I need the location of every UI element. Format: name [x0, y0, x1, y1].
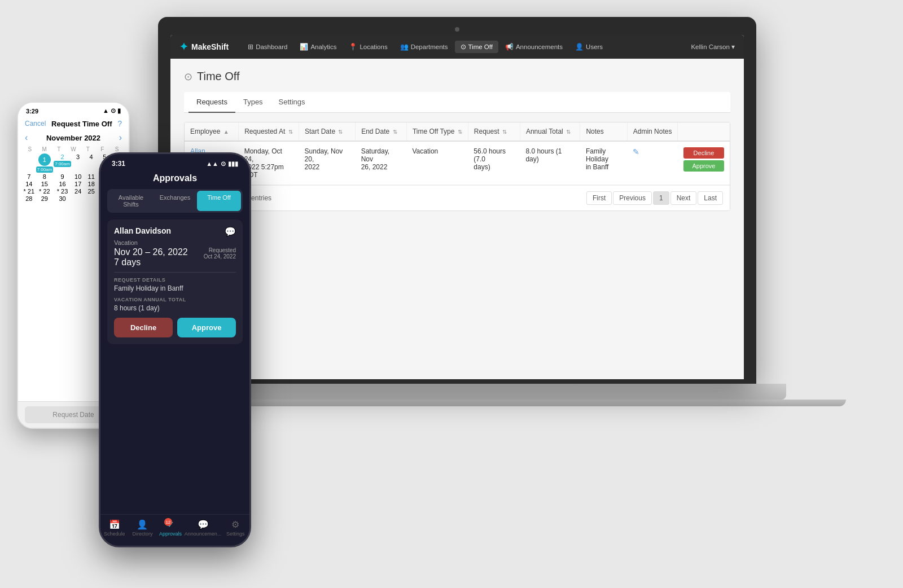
cal-day[interactable]: 16	[54, 181, 71, 187]
cal-day[interactable]: 18	[85, 181, 98, 187]
cal-day[interactable]: 7	[23, 173, 36, 180]
card-dates-row: Nov 20 – 26, 2022 7 days Requested Oct 2…	[114, 247, 236, 267]
decline-button[interactable]: Decline	[114, 318, 173, 337]
prev-month-arrow[interactable]: ‹	[25, 133, 28, 143]
nav-announcements[interactable]: 💬 Announcemen...	[185, 519, 222, 537]
cal-day[interactable]: 15	[36, 181, 54, 187]
tab-settings[interactable]: Settings	[271, 92, 313, 113]
nav-departments[interactable]: 👥 Departments	[394, 41, 454, 53]
cal-day[interactable]: 17	[72, 181, 85, 187]
cal-day[interactable]: 25	[85, 188, 98, 195]
requests-table: Employee ▲ Requested At ⇅ Start Date ⇅ E…	[185, 122, 730, 185]
cal-day[interactable]: 11	[85, 173, 98, 180]
col-actions	[678, 122, 730, 141]
card-divider	[114, 272, 236, 273]
cal-day[interactable]: 29	[36, 195, 54, 202]
nav-users[interactable]: 👤 Users	[569, 41, 608, 53]
nav-schedule[interactable]: 📅 Schedule	[100, 519, 129, 537]
cancel-button[interactable]: Cancel	[25, 120, 46, 128]
chat-icon[interactable]: 💬	[225, 226, 236, 237]
dashboard-icon: ⊞	[248, 43, 253, 51]
nav-approvals[interactable]: ✓ 12 Approvals	[156, 519, 185, 537]
requested-date: Oct 24, 2022	[204, 253, 236, 260]
cal-day[interactable]: 14	[23, 181, 36, 187]
card-duration: 7 days	[114, 257, 188, 267]
cal-day[interactable]: * 22	[36, 188, 54, 195]
nav-announcements-label: Announcements	[516, 43, 563, 50]
card-requested: Requested Oct 24, 2022	[204, 247, 236, 267]
tab-time-off[interactable]: Time Off	[197, 191, 241, 211]
phone2-time: 3:31	[112, 160, 125, 168]
nav-user[interactable]: Kellin Carson ▾	[691, 43, 735, 51]
info-icon[interactable]: ?	[117, 119, 122, 128]
tab-available-shifts[interactable]: Available Shifts	[109, 191, 153, 211]
nav-dashboard[interactable]: ⊞ Dashboard	[242, 41, 293, 53]
request-time-off-title: Request Time Off	[51, 120, 112, 128]
col-request[interactable]: Request ⇅	[468, 122, 520, 141]
col-requested-at[interactable]: Requested At ⇅	[239, 122, 299, 141]
annual-total-value: 8 hours (1 day)	[114, 304, 236, 312]
phone2-status-icons: ▲▲ ⊙ ▮▮▮	[206, 160, 238, 168]
table-footer: Showing 1 to 1 of 1 entries First Previo…	[185, 185, 730, 210]
laptop-screen: ✦ MakeShift ⊞ Dashboard 📊 Analytics	[170, 35, 744, 379]
nav-announcements[interactable]: 📢 Announcements	[499, 41, 568, 53]
cal-day[interactable]: 9	[54, 173, 71, 180]
col-employee[interactable]: Employee ▲	[185, 122, 239, 141]
last-page-button[interactable]: Last	[698, 191, 723, 205]
previous-page-button[interactable]: Previous	[613, 191, 652, 205]
approvals-tabs: Available Shifts Exchanges Time Off	[107, 189, 243, 213]
cal-day[interactable]: 10	[72, 173, 85, 180]
time-off-page-icon: ⊙	[184, 71, 192, 83]
decline-row-button[interactable]: Decline	[683, 147, 724, 159]
col-notes: Notes	[580, 122, 627, 141]
tab-types[interactable]: Types	[235, 92, 271, 113]
nav-users-label: Users	[586, 43, 603, 50]
card-dates: Nov 20 – 26, 2022 7 days	[114, 247, 188, 267]
annual-total-label: VACATION ANNUAL TOTAL	[114, 297, 236, 302]
page-number-button[interactable]: 1	[653, 191, 669, 205]
next-page-button[interactable]: Next	[670, 191, 697, 205]
tab-requests[interactable]: Requests	[189, 92, 235, 113]
tab-exchanges[interactable]: Exchanges	[153, 191, 197, 211]
approve-row-button[interactable]: Approve	[683, 160, 724, 172]
nav-time-off[interactable]: ⊙ Time Off	[455, 41, 498, 53]
cal-day[interactable]: 4	[85, 153, 98, 173]
col-annual-total[interactable]: Annual Total ⇅	[520, 122, 580, 141]
brand-name: MakeShift	[191, 42, 229, 51]
cal-day[interactable]: 2 7:00am	[54, 153, 71, 173]
nav-directory[interactable]: 👤 Directory	[129, 519, 157, 537]
approve-button[interactable]: Approve	[177, 318, 236, 337]
cell-time-off-type: Vacation	[406, 141, 468, 185]
cal-day[interactable]: * 21	[23, 188, 36, 195]
cal-day[interactable]: 8	[36, 173, 54, 180]
cal-day[interactable]: 30	[54, 195, 71, 202]
next-month-arrow[interactable]: ›	[119, 133, 122, 143]
table-header-row: Employee ▲ Requested At ⇅ Start Date ⇅ E…	[185, 122, 730, 141]
cal-day[interactable]: 24	[72, 188, 85, 195]
col-end-date[interactable]: End Date ⇅	[356, 122, 407, 141]
cal-day[interactable]: 3	[72, 153, 85, 173]
cal-day[interactable]: 28	[23, 195, 36, 202]
edit-admin-notes-icon[interactable]: ✎	[633, 147, 639, 156]
page-title: ⊙ Time Off	[184, 70, 730, 83]
phone2-status-bar: 3:31 ▲▲ ⊙ ▮▮▮	[100, 154, 249, 171]
col-time-off-type[interactable]: Time Off Type ⇅	[406, 122, 468, 141]
nav-locations[interactable]: 📍 Locations	[343, 41, 393, 53]
cal-day[interactable]	[23, 153, 36, 173]
phone-approvals: 3:31 ▲▲ ⊙ ▮▮▮ Approvals Available Shifts…	[99, 152, 251, 547]
phone1-topbar: Cancel Request Time Off ?	[18, 117, 129, 130]
first-page-button[interactable]: First	[586, 191, 612, 205]
table-row: Allan Davidson Monday, Oct 24,2022 5:27p…	[185, 141, 730, 185]
col-admin-notes: Admin Notes	[627, 122, 678, 141]
col-start-date[interactable]: Start Date ⇅	[299, 122, 356, 141]
bottom-navigation: 📅 Schedule 👤 Directory ✓ 12 Approvals 💬 …	[100, 514, 249, 546]
time-off-icon: ⊙	[461, 43, 466, 51]
cell-start-date: Sunday, Nov 20,2022	[299, 141, 356, 185]
calendar-days-header: SMTWTFS	[23, 145, 124, 153]
cal-day[interactable]: 1 7:00am	[36, 153, 54, 173]
cal-day[interactable]: * 23	[54, 188, 71, 195]
request-details-value: Family Holiday in Banff	[114, 284, 236, 292]
sort-arrow-annual: ⇅	[566, 129, 571, 135]
nav-analytics[interactable]: 📊 Analytics	[294, 41, 342, 53]
nav-settings[interactable]: ⚙ Settings	[221, 519, 249, 537]
